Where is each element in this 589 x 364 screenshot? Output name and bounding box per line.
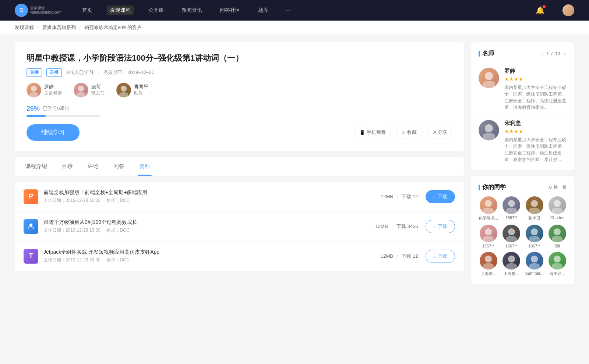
resource-meta-3: 上传日期：2019-12-28 16:00 格式：DOC: [43, 257, 381, 263]
pagination-total: 10: [555, 51, 560, 56]
teacher-card-1: 罗静 ★★★★ 国内某重点大学安全工程专业硕士，国家一级注册消防工程师、注册安全…: [479, 63, 567, 115]
share-icon: ↗: [432, 130, 436, 135]
badge-live: 直播: [27, 68, 42, 77]
resource-icon-2: [24, 219, 38, 234]
notification-bell[interactable]: 🔔: [536, 6, 545, 15]
classmate-avatar-4[interactable]: [549, 196, 566, 214]
refresh-button[interactable]: ↻ 换一换: [549, 184, 567, 190]
nav-news[interactable]: 新闻资讯: [179, 6, 205, 15]
mobile-view-button[interactable]: 📱 手机观看: [355, 126, 391, 139]
classmates-grid: 化学教书... 1567** 张小田: [479, 196, 567, 276]
teacher-item-1: 罗静 主讲老师: [27, 83, 62, 97]
download-icon-1: ↓: [433, 194, 436, 199]
resource-stats-1: 12MB | 下载 12: [381, 193, 418, 200]
share-button[interactable]: ↗ 分享: [427, 126, 452, 139]
pagination-prev[interactable]: ‹: [540, 50, 544, 57]
user-avatar[interactable]: [562, 4, 574, 16]
classmate-item-7: 1867**: [525, 225, 544, 248]
classmate-avatar-8[interactable]: [549, 225, 566, 242]
progress-bar-background: [27, 115, 100, 117]
logo[interactable]: 云 云朵课堂 yunduoketang.com: [15, 4, 61, 17]
teachers-pagination: ‹ 1 / 10 ›: [540, 50, 567, 57]
classmate-item-3: 张小田: [525, 196, 544, 221]
classmate-avatar-2[interactable]: [502, 196, 520, 214]
badge-record: 录播: [46, 68, 62, 77]
teachers-sidebar-title: 名师: [479, 50, 494, 57]
tab-resources[interactable]: 资料: [138, 157, 152, 176]
classmates-header: 你的同学 ↻ 换一换: [479, 183, 567, 191]
classmate-name-3: 张小田: [528, 215, 540, 221]
classmate-item-4: Charles: [548, 196, 567, 221]
classmate-avatar-3[interactable]: [526, 196, 543, 214]
course-meta-sep: ·: [98, 70, 99, 75]
classmate-avatar-9[interactable]: [480, 252, 497, 270]
tab-catalog[interactable]: 目录: [60, 157, 74, 176]
mobile-icon: 📱: [359, 130, 365, 135]
classmate-name-11: Summer...: [525, 271, 544, 275]
nav-home[interactable]: 首页: [79, 6, 95, 15]
teacher-item-3: 青青平 助教: [116, 83, 148, 97]
svg-point-0: [29, 224, 32, 226]
classmate-item-9: 上海教...: [479, 252, 498, 276]
progress-percentage: 26%: [27, 105, 40, 113]
classmate-item-12: 云平台...: [548, 252, 567, 276]
nav-discover[interactable]: 发现课程: [107, 6, 134, 15]
resource-icon-3: T: [24, 249, 38, 264]
star-icon: ☆: [401, 130, 406, 135]
download-icon-2: ↓: [433, 224, 436, 229]
download-button-2[interactable]: ↓ 下载: [426, 220, 455, 233]
resource-info-3: Jetpack全组件实战 开发短视频应用高仿皮皮虾App 上传日期：2019-1…: [43, 249, 381, 263]
classmate-avatar-1[interactable]: [480, 196, 497, 214]
classmate-name-6: 1567**: [505, 244, 518, 248]
download-icon-3: ↓: [433, 253, 436, 259]
refresh-icon: ↻: [549, 185, 552, 190]
teacher-avatar-1: [27, 83, 41, 97]
teacher-card-desc-1: 国内某重点大学安全工程专业硕士，国家一级注册消防工程师、注册安全工程师、高级注册…: [504, 84, 567, 111]
resource-item-1: P 前端全栈加强版！前端全栈+全周期+多端应用 上传日期：2019-12-28 …: [15, 182, 464, 212]
classmate-item-1: 化学教书...: [479, 196, 498, 221]
continue-learning-button[interactable]: 继续学习: [27, 124, 80, 141]
tab-intro[interactable]: 课程介绍: [24, 157, 49, 176]
resource-item-3: T Jetpack全组件实战 开发短视频应用高仿皮皮虾App 上传日期：2019…: [15, 242, 464, 271]
classmates-sidebar-card: 你的同学 ↻ 换一换 化学教书... 1567**: [471, 176, 574, 284]
tab-qa[interactable]: 问答: [112, 157, 126, 176]
resource-item-2: 跟随千万级项目从0到100全过程高效成长 上传日期：2019-12-28 16:…: [15, 212, 464, 242]
progress-section: 26% 已学习0课时: [27, 105, 452, 117]
classmate-name-10: 上海楼...: [504, 271, 519, 276]
nav-more[interactable]: ···: [283, 6, 293, 15]
classmate-item-10: 上海楼...: [502, 252, 521, 276]
collect-button[interactable]: ☆ 收藏: [396, 126, 422, 139]
classmate-item-8: Bill: [548, 225, 567, 248]
nav-qa[interactable]: 问答社区: [217, 6, 243, 15]
classmate-name-7: 1867**: [528, 244, 540, 248]
teacher-card-avatar-1: [479, 68, 499, 88]
breadcrumb-link-1[interactable]: 发现课程: [15, 25, 34, 30]
classmate-avatar-7[interactable]: [526, 225, 543, 242]
classmate-avatar-5[interactable]: [480, 225, 497, 242]
avatar-image: [562, 4, 574, 16]
teacher-name-2: 凌荷: [91, 83, 105, 90]
resource-title-2: 跟随千万级项目从0到100全过程高效成长: [43, 219, 375, 226]
nav-quiz[interactable]: 题库: [255, 6, 271, 15]
pagination-current: 1: [546, 51, 549, 56]
classmates-title: 你的同学: [479, 183, 506, 191]
breadcrumb-link-2[interactable]: 新媒体营销系列: [42, 25, 76, 30]
nav-open[interactable]: 公开课: [145, 6, 167, 15]
teachers-sidebar-card: 名师 ‹ 1 / 10 › 罗静 ★★★★: [471, 42, 574, 170]
resource-title-1: 前端全栈加强版！前端全栈+全周期+多端应用: [43, 189, 381, 196]
classmate-avatar-6[interactable]: [502, 225, 520, 242]
download-button-3[interactable]: ↓ 下载: [426, 250, 455, 263]
classmate-name-5: 1767**: [482, 244, 494, 248]
left-panel: 明星中教授课，小学阶段语法100分–强化级第1讲动词（一） 直播 录播 246人…: [15, 42, 464, 290]
pagination-next[interactable]: ›: [562, 50, 567, 57]
classmate-avatar-10[interactable]: [502, 252, 520, 270]
classmate-item-6: 1567**: [502, 225, 521, 248]
download-button-1[interactable]: ↓ 下载: [426, 190, 455, 203]
classmate-avatar-11[interactable]: [526, 252, 543, 270]
resource-stats-2: 12MB | 下载 3456: [375, 223, 418, 230]
resource-icon-1: P: [24, 189, 38, 204]
classmate-avatar-12[interactable]: [549, 252, 566, 270]
classmate-name-2: 1567**: [505, 215, 518, 220]
tab-comments[interactable]: 评论: [86, 157, 100, 176]
teacher-role-3: 助教: [134, 90, 148, 96]
